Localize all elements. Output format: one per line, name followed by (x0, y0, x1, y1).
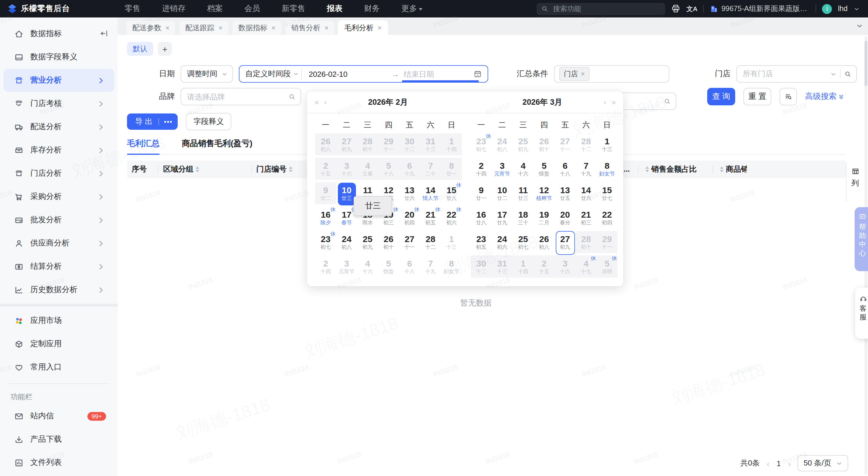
prev-month-icon[interactable]: ‹ (324, 98, 327, 106)
calendar-day[interactable]: 6十八 (555, 157, 576, 181)
calendar-day[interactable]: 8廿一 (441, 157, 462, 181)
summary-input[interactable]: 门店 × (554, 65, 669, 82)
query-button[interactable]: 查 询 (707, 88, 735, 105)
nav-item-2[interactable]: 进销存 (162, 3, 186, 14)
calendar-day[interactable]: 16廿八 (471, 206, 492, 231)
calendar-day[interactable]: 29十一 (596, 231, 618, 255)
preset-chip[interactable]: 默认 (127, 42, 153, 56)
org-switcher[interactable]: 99675-A组新界面果蔬版QA测... (710, 4, 810, 14)
calendar-day[interactable]: 2十四 (315, 255, 336, 279)
add-preset-button[interactable]: + (158, 42, 172, 56)
calendar-day[interactable]: 25初九 (357, 231, 378, 255)
calendar-day[interactable]: 24初八 (336, 231, 357, 255)
tab-3[interactable]: 数据指标× (232, 21, 282, 35)
calendar-day[interactable]: 3元宵节 (492, 157, 513, 181)
calendar-day[interactable]: 4立春 (357, 157, 378, 181)
calendar-day[interactable]: 22初四 (596, 206, 618, 231)
tab-2[interactable]: 配送跟踪× (179, 21, 229, 35)
avatar[interactable]: l (822, 4, 832, 14)
calendar-day[interactable]: 23初七休 (315, 231, 336, 255)
calendar-day[interactable]: 20春分 (555, 206, 576, 231)
sidebar-app-2[interactable]: 定制应用 (3, 332, 114, 355)
tab-close-icon[interactable]: × (218, 24, 222, 32)
nav-item-1[interactable]: 零售 (125, 3, 141, 14)
calendar-day[interactable]: 20初四休 (399, 206, 420, 231)
subtab-product-profit[interactable]: 商品销售毛利(盈亏) (182, 138, 252, 149)
sidebar-item-10[interactable]: 供应商分析 (3, 232, 114, 255)
calendar-day[interactable]: 7十九 (576, 157, 596, 181)
tab-1[interactable]: 配送参数× (126, 21, 176, 35)
calendar-day[interactable]: 4十六 (357, 255, 378, 279)
calendar-day[interactable]: 30十二 (471, 255, 492, 279)
nav-item-4[interactable]: 会员 (244, 3, 260, 14)
subtab-profit-summary[interactable]: 毛利汇总 (127, 138, 160, 149)
calendar-day[interactable]: 26初八 (534, 231, 555, 255)
calendar-day[interactable]: 28十二 (420, 231, 441, 255)
column-header-5[interactable]: 销售金额占比 (639, 161, 713, 178)
calendar-day[interactable]: 5清明休 (596, 255, 618, 279)
calendar-day[interactable]: 19二月 (534, 206, 555, 231)
calendar-day[interactable]: 2十五 (315, 157, 336, 181)
sidebar-item-11[interactable]: 结算分析 (3, 255, 114, 278)
nav-item-6[interactable]: 报表 (327, 3, 343, 14)
sidebar-item-3[interactable]: 营业分析 (3, 69, 114, 92)
nav-search-input[interactable] (552, 4, 661, 13)
nav-item-3[interactable]: 档案 (207, 3, 223, 14)
calendar-day[interactable]: 30十二 (399, 133, 420, 157)
calendar-day[interactable]: 9廿一 (471, 181, 492, 206)
brand-input[interactable] (181, 88, 301, 105)
sidebar-app-1[interactable]: 应用市场 (3, 309, 114, 332)
calendar-day[interactable]: 17廿九 (492, 206, 513, 231)
calendar-day[interactable]: 5十八 (378, 157, 399, 181)
filter-settings-button[interactable] (779, 88, 797, 105)
calendar-day[interactable]: 14情人节 (420, 181, 441, 206)
sidebar-item-7[interactable]: 门店分析 (3, 162, 114, 185)
calendar-day[interactable]: 26初十 (534, 133, 555, 157)
calendar-day[interactable]: 2十五 (534, 255, 555, 279)
calendar-day[interactable]: 27十一 (555, 133, 576, 157)
calendar-day[interactable]: 13廿六 (399, 181, 420, 206)
calendar-day[interactable]: 3十六 (555, 255, 576, 279)
tab-close-icon[interactable]: × (165, 24, 169, 32)
next-page-icon[interactable]: › (788, 458, 791, 468)
calendar-day[interactable]: 27十一 (399, 231, 420, 255)
sort-caret-icon[interactable] (196, 166, 199, 172)
nav-item-8[interactable]: 更多 (401, 3, 422, 14)
tab-overflow-chevron-icon[interactable] (856, 22, 863, 30)
nav-item-7[interactable]: 财务 (364, 3, 380, 14)
calendar-day[interactable]: 7十九 (420, 255, 441, 279)
calendar-day[interactable]: 16除夕休 (315, 206, 336, 231)
calendar-day[interactable]: 24初八 (492, 133, 513, 157)
calendar-day[interactable]: 5惊蛰 (378, 255, 399, 279)
export-button[interactable]: 导 出 ••• (127, 113, 178, 130)
calendar-day[interactable]: 5惊蛰 (534, 157, 555, 181)
tab-close-icon[interactable]: × (272, 24, 276, 32)
calendar-day[interactable]: 31十三 (492, 255, 513, 279)
sidebar-item-2[interactable]: 数据字段释义 (3, 45, 114, 69)
calendar-day[interactable]: 26初八 (315, 133, 336, 157)
calendar-day[interactable]: 4十六 (513, 157, 534, 181)
sidebar-tool-2[interactable]: 产品下载 (3, 428, 114, 451)
calendar-day[interactable]: 13廿五 (555, 181, 576, 206)
sidebar-item-5[interactable]: 配送分析 (3, 115, 114, 138)
sidebar-item-4[interactable]: 门店考核 (3, 92, 114, 115)
store-select[interactable]: 所有门店 (736, 65, 857, 82)
calendar-day[interactable]: 14廿六 (576, 181, 596, 206)
calendar-day[interactable]: 21初五休 (420, 206, 441, 231)
column-header-6[interactable]: 商品销 (713, 161, 747, 178)
calendar-day[interactable]: 2十四 (471, 157, 492, 181)
date-range-control[interactable]: 自定义时间段 → (239, 65, 488, 82)
calendar-day[interactable]: 15廿八休 (441, 181, 462, 206)
sidebar-item-9[interactable]: 批发分析 (3, 208, 114, 232)
calendar-day[interactable]: 27初九 (336, 133, 357, 157)
calendar-day[interactable]: 1十三 (441, 231, 462, 255)
next-year-icon[interactable]: » (612, 98, 616, 106)
calendar-day[interactable]: 6十八 (399, 255, 420, 279)
current-page[interactable]: 1 (777, 459, 781, 468)
calendar-day[interactable]: 3元宵节 (336, 255, 357, 279)
calendar-day[interactable]: 4十七休 (576, 255, 596, 279)
end-date-input[interactable] (403, 69, 457, 79)
calendar-day[interactable]: 27初九 (555, 231, 576, 255)
export-more-button[interactable]: ••• (158, 118, 178, 125)
sidebar-tool-1[interactable]: 站内信99+ (3, 404, 114, 428)
